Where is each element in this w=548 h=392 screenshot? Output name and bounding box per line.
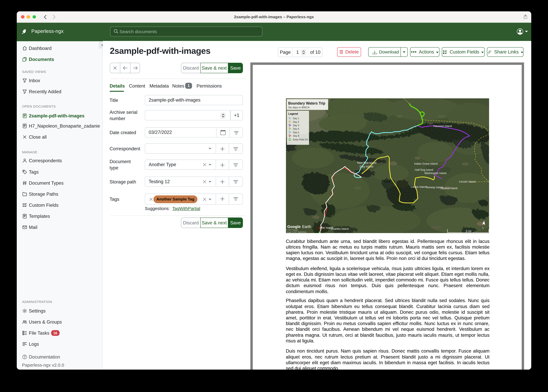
svg-text:Day 5: Day 5 bbox=[293, 131, 299, 134]
svg-text:Legend: Legend bbox=[288, 112, 298, 115]
svg-text:Half Dog Island: Half Dog Island bbox=[415, 168, 433, 171]
svg-text:New York Island: New York Island bbox=[357, 161, 376, 164]
svg-text:Entry Point 24: Entry Point 24 bbox=[293, 138, 308, 141]
svg-text:3 mi: 3 mi bbox=[465, 230, 471, 233]
svg-text:Image © 2017 DigitalGlobe: Image © 2017 DigitalGlobe bbox=[286, 231, 306, 233]
svg-text:Canoe Island: Canoe Island bbox=[411, 185, 426, 188]
svg-text:Gary Island: Gary Island bbox=[359, 165, 373, 168]
svg-text:Six days in BWCA: Six days in BWCA bbox=[288, 106, 310, 109]
svg-text:Day 6: Day 6 bbox=[293, 135, 299, 137]
svg-text:Boundary Waters Trip: Boundary Waters Trip bbox=[288, 101, 325, 105]
svg-text:Hausons Island: Hausons Island bbox=[433, 125, 452, 128]
svg-text:Lincoln Island: Lincoln Island bbox=[459, 180, 475, 183]
svg-text:Day 2: Day 2 bbox=[293, 121, 299, 123]
svg-text:© 2017 Google: © 2017 Google bbox=[286, 229, 298, 231]
svg-text:Text: Text bbox=[383, 179, 390, 184]
svg-text:Day 4: Day 4 bbox=[293, 128, 299, 130]
svg-text:GoogleEarth: GoogleEarth bbox=[287, 224, 311, 229]
svg-text:Charlies Island: Charlies Island bbox=[331, 227, 348, 230]
svg-text:N: N bbox=[481, 225, 484, 230]
svg-text:Squirrel Island: Squirrel Island bbox=[440, 187, 457, 190]
svg-text:Washington Island: Washington Island bbox=[424, 172, 446, 175]
svg-text:Day 3: Day 3 bbox=[293, 124, 299, 127]
svg-text:Indian Grave Island: Indian Grave Island bbox=[414, 162, 438, 165]
svg-text:Day 1: Day 1 bbox=[293, 117, 299, 120]
